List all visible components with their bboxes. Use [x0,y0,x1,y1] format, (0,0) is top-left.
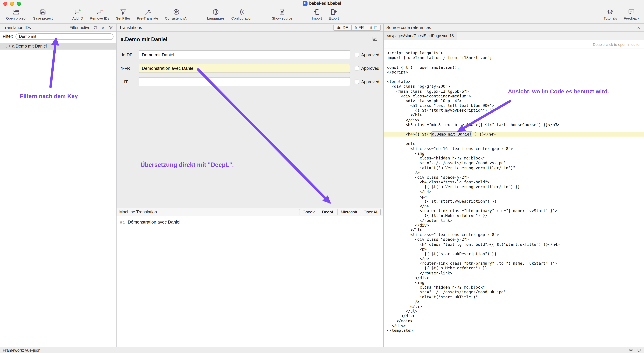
toolbar-set-filter[interactable]: Set Filter [114,8,132,21]
code-line[interactable]: </div> [384,323,644,328]
code-line[interactable]: <div class="pb-10 pt-4"> [384,99,644,103]
code-line[interactable]: <img [384,280,644,285]
code-line[interactable]: </h4> [384,189,644,194]
code-line[interactable] [384,75,644,79]
approved-checkbox-fr-FR[interactable] [355,66,359,71]
code-line[interactable]: {{ $t("start.vvDescription") }} [384,199,644,204]
source-file-tab[interactable]: src/pages/start/GuestStartPage.vue:18 [384,32,458,40]
code-line[interactable]: <p> [384,194,644,199]
code-line[interactable]: class="hidden h-72 md:block" [384,156,644,160]
code-line[interactable]: <script setup lang="ts"> [384,51,644,55]
code-line[interactable]: </p> [384,204,644,208]
code-line[interactable]: </main> [384,318,644,323]
code-view[interactable]: <script setup lang="ts">import { useTran… [384,49,644,347]
close-window-button[interactable] [3,2,8,6]
toolbar-configuration[interactable]: Configuration [229,8,254,21]
code-line[interactable]: </li> [384,228,644,232]
mt-suggestion[interactable]: ⌘1 Démonstration avec Daniel [116,219,383,225]
code-line[interactable]: <h1 class="text-left text-blue-900"> [384,103,644,108]
code-line[interactable]: </p> [384,256,644,261]
entry-note-icon[interactable] [372,36,378,43]
code-line[interactable]: const { t } = useTranslation(); [384,65,644,70]
lang-toggle-it-IT[interactable]: it-IT [367,25,380,30]
clear-filter-icon[interactable]: × [100,25,106,30]
code-line[interactable]: /> [384,170,644,175]
toolbar-tutorials[interactable]: Tutorials [602,8,619,21]
highlighted-translation-key[interactable]: a.Demo mit Daniel [431,132,472,137]
code-line[interactable]: {{ $t("a.Versicherungsvermittler/-in") }… [384,185,644,189]
toolbar-languages[interactable]: Languages [205,8,226,21]
filter-icon[interactable] [108,25,114,30]
code-line[interactable]: <router-link class="btn-primary" :to="{ … [384,208,644,213]
approved-checkbox-it-IT[interactable] [355,80,359,84]
translation-input-de-DE[interactable] [139,50,350,59]
code-line[interactable]: </script> [384,70,644,75]
code-line[interactable]: :alt="t('start.ukTitle')" [384,294,644,299]
display-icon[interactable] [636,347,641,353]
code-line[interactable]: src="../../assets/images/mood_uk.jpg" [384,290,644,294]
mt-provider-google[interactable]: Google [300,209,318,215]
code-line[interactable]: import { useTranslation } from "i18next-… [384,55,644,60]
code-line[interactable]: <main class="lg:px-12 lg:pb-6"> [384,89,644,94]
minimize-window-button[interactable] [10,2,14,6]
code-line[interactable]: <h4 class="text-lg font-bold"> [384,180,644,184]
translation-input-fr-FR[interactable] [139,64,350,73]
code-line[interactable]: {{ $t("a.Mehr erfahren") }} [384,266,644,270]
toolbar-consistency-ai[interactable]: ConsistencyAI [163,8,190,21]
code-line[interactable]: {{ $t("start.myvbvDescription") }} [384,108,644,113]
code-line[interactable] [384,127,644,132]
code-line[interactable]: </li> [384,304,644,309]
zoom-window-button[interactable] [17,2,21,6]
mt-provider-openai[interactable]: OpenAI [360,209,380,215]
toolbar-open-project[interactable]: Open project [4,8,28,21]
code-line[interactable]: </div> [384,223,644,228]
code-line[interactable]: <div class="space-y-2"> [384,175,644,180]
toolbar-remove-ids[interactable]: Remove IDs [88,8,111,21]
toolbar-export[interactable]: Export [326,8,341,21]
mt-provider-deepl[interactable]: DeepL [319,209,337,215]
refresh-filter-icon[interactable] [93,25,98,30]
code-line[interactable]: </div> [384,118,644,122]
code-line[interactable]: {{ $t("start.ukDescription") }} [384,251,644,256]
toolbar-feedback[interactable]: Feedback [622,8,641,21]
close-panel-icon[interactable]: × [636,25,641,30]
code-line[interactable]: /> [384,299,644,304]
code-line[interactable]: :alt="t('a.Versicherungsvermittler/-in')… [384,165,644,170]
toolbar-save-project[interactable]: Save project [31,8,55,21]
code-line[interactable]: </ul> [384,309,644,313]
keyboard-icon[interactable] [628,347,634,353]
toolbar-pre-translate[interactable]: Pre-Translate [135,8,160,21]
code-line[interactable]: <h4 class="text-lg font-bold">{{ $t("sta… [384,242,644,247]
code-line[interactable]: <li class="flex items-center gap-x-8"> [384,232,644,237]
code-line[interactable] [384,60,644,65]
code-line[interactable]: <ul> [384,141,644,146]
code-line[interactable]: </router-link> [384,218,644,223]
code-line[interactable]: <template> [384,79,644,84]
code-line[interactable]: src="../../assets/images/mood_vv.jpg" [384,161,644,165]
toolbar-show-source[interactable]: Show source [270,8,294,21]
code-line[interactable]: </h1> [384,113,644,118]
code-line[interactable] [384,137,644,141]
code-line[interactable]: <h4>{{ $t("a.Demo mit Daniel") }}</h4> [384,132,644,137]
code-line[interactable]: class="hidden h-72 md:block" [384,285,644,290]
code-line[interactable]: </div> [384,275,644,280]
code-line[interactable]: <p> [384,247,644,251]
mt-provider-microsoft[interactable]: Microsoft [337,209,360,215]
code-line[interactable]: <li class="mb-16 flex items-center gap-x… [384,146,644,151]
code-line[interactable]: <div class="bg-gray-200"> [384,84,644,89]
translation-id-item[interactable]: a.Demo mit Daniel [0,43,116,50]
approved-checkbox-de-DE[interactable] [355,53,359,57]
toolbar-add-id[interactable]: Add ID [70,8,85,21]
toolbar-import[interactable]: Import [310,8,324,21]
translation-input-it-IT[interactable] [139,77,350,86]
code-line[interactable]: <div class="space-y-2"> [384,237,644,242]
code-line[interactable]: </template> [384,328,644,333]
code-line[interactable]: </router-link> [384,270,644,275]
lang-toggle-fr-FR[interactable]: fr-FR [351,25,367,30]
code-line[interactable]: <img [384,151,644,156]
code-line[interactable]: </div> [384,314,644,318]
filter-input[interactable] [16,33,114,40]
code-line[interactable]: <div class="container-medium"> [384,94,644,98]
lang-toggle-de-DE[interactable]: de-DE [334,25,351,30]
code-line[interactable]: <router-link class="btn-primary" :to="{ … [384,261,644,266]
